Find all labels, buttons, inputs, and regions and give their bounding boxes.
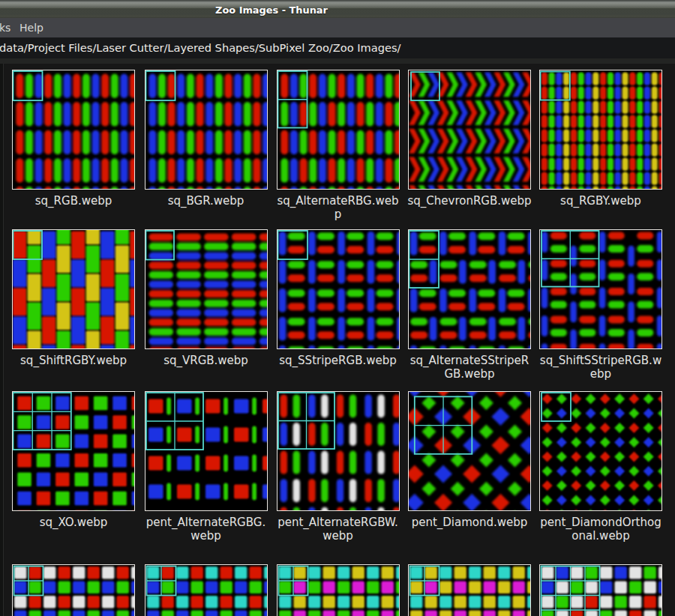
file-thumbnail[interactable] xyxy=(539,70,662,190)
file-item[interactable] xyxy=(408,564,531,616)
file-label: sq_ShiftRGBY.webp xyxy=(0,354,148,367)
file-label-line: sq_ShiftSStripeRGB.w xyxy=(526,354,675,367)
file-label-line: sq_XO.webp xyxy=(0,516,148,529)
file-label: sq_AlternateSStripeRGB.webp xyxy=(394,354,544,381)
file-thumbnail[interactable] xyxy=(277,564,400,616)
file-thumbnail[interactable] xyxy=(408,229,531,349)
file-label: sq_AlternateRBG.webp xyxy=(263,194,413,221)
file-thumbnail[interactable] xyxy=(539,391,662,511)
file-label: sq_RGB.webp xyxy=(0,194,148,208)
file-item-sq_RGB.webp[interactable]: sq_RGB.webp xyxy=(12,70,135,190)
file-item-sq_RGBY.webp[interactable]: sq_RGBY.webp xyxy=(539,70,662,190)
file-thumbnail[interactable] xyxy=(408,564,531,616)
menu-item-help[interactable]: Help xyxy=(20,18,44,37)
file-label-line: sq_ShiftRGBY.webp xyxy=(0,354,148,367)
file-label: pent_AlternateRGBG.webp xyxy=(131,516,281,543)
titlebar[interactable]: Zoo Images - Thunar xyxy=(0,0,675,18)
file-item-pent_AlternateRGBG.webp[interactable]: pent_AlternateRGBG.webp xyxy=(145,391,268,511)
file-item-pent_Diamond.webp[interactable]: pent_Diamond.webp xyxy=(408,391,531,511)
file-item[interactable] xyxy=(12,564,135,616)
file-label-line: sq_VRGB.webp xyxy=(131,354,281,367)
file-label: sq_SStripeRGB.webp xyxy=(263,354,413,367)
file-label-line: sq_AlternateRBG.web xyxy=(263,194,413,208)
file-label: sq_RGBY.webp xyxy=(526,194,675,208)
file-label: pent_Diamond.webp xyxy=(394,516,544,529)
file-thumbnail[interactable] xyxy=(145,564,268,616)
file-thumbnail[interactable] xyxy=(408,70,531,190)
file-thumbnail[interactable] xyxy=(145,391,268,511)
file-label-line: ebp xyxy=(526,367,675,381)
icon-view[interactable]: sq_RGB.webpsq_BGR.webpsq_AlternateRBG.we… xyxy=(0,64,675,616)
file-label-line: pent_AlternateRGBG. xyxy=(131,516,281,529)
file-label-line: webp xyxy=(263,529,413,543)
file-thumbnail[interactable] xyxy=(12,564,135,616)
file-label-line: sq_SStripeRGB.webp xyxy=(263,354,413,367)
file-label-line: sq_BGR.webp xyxy=(131,194,281,208)
file-thumbnail[interactable] xyxy=(539,564,662,616)
file-item-pent_DiamondOrthogonal.webp[interactable]: pent_DiamondOrthogonal.webp xyxy=(539,391,662,511)
file-thumbnail[interactable] xyxy=(145,70,268,190)
menubar: ks Help xyxy=(0,18,675,37)
file-label-line: onal.webp xyxy=(526,529,675,543)
file-label-line: p xyxy=(263,208,413,221)
thunar-window: Zoo Images - Thunar ks Help data/Project… xyxy=(0,0,675,616)
file-item-sq_SStripeRGB.webp[interactable]: sq_SStripeRGB.webp xyxy=(277,229,400,349)
file-label-line: sq_RGBY.webp xyxy=(526,194,675,208)
file-item-pent_AlternateRGBW.webp[interactable]: pent_AlternateRGBW.webp xyxy=(277,391,400,511)
file-thumbnail[interactable] xyxy=(12,229,135,349)
file-thumbnail[interactable] xyxy=(12,391,135,511)
pane-separator xyxy=(0,64,4,616)
file-label: sq_VRGB.webp xyxy=(131,354,281,367)
file-thumbnail[interactable] xyxy=(277,229,400,349)
location-path-text: data/Project Files/Laser Cutter/Layered … xyxy=(0,37,401,58)
file-item-sq_BGR.webp[interactable]: sq_BGR.webp xyxy=(145,70,268,190)
file-item-sq_AlternateRBG.webp[interactable]: sq_AlternateRBG.webp xyxy=(277,70,400,190)
file-item[interactable] xyxy=(145,564,268,616)
file-thumbnail[interactable] xyxy=(539,229,662,349)
file-item-sq_VRGB.webp[interactable]: sq_VRGB.webp xyxy=(145,229,268,349)
file-label-line: pent_Diamond.webp xyxy=(394,516,544,529)
file-thumbnail[interactable] xyxy=(277,391,400,511)
file-label-line: sq_ChevronRGB.webp xyxy=(394,194,544,208)
file-label-line: sq_RGB.webp xyxy=(0,194,148,208)
menu-item-bookmarks[interactable]: ks xyxy=(0,18,10,37)
file-label: sq_ChevronRGB.webp xyxy=(394,194,544,208)
file-label-line: webp xyxy=(131,529,281,543)
file-label: sq_XO.webp xyxy=(0,516,148,529)
file-thumbnail[interactable] xyxy=(408,391,531,511)
file-item-sq_ShiftRGBY.webp[interactable]: sq_ShiftRGBY.webp xyxy=(12,229,135,349)
file-label-line: sq_AlternateSStripeR xyxy=(394,354,544,367)
file-item-sq_ShiftSStripeRGB.webp[interactable]: sq_ShiftSStripeRGB.webp xyxy=(539,229,662,349)
file-thumbnail[interactable] xyxy=(277,70,400,190)
file-label-line: pent_AlternateRGBW. xyxy=(263,516,413,529)
file-label-line: pent_DiamondOrthog xyxy=(526,516,675,529)
file-label: sq_BGR.webp xyxy=(131,194,281,208)
location-bar[interactable]: data/Project Files/Laser Cutter/Layered … xyxy=(0,37,675,58)
file-label: sq_ShiftSStripeRGB.webp xyxy=(526,354,675,381)
toolbar-lower-strip xyxy=(0,58,675,64)
file-thumbnail[interactable] xyxy=(12,70,135,190)
file-item-sq_ChevronRGB.webp[interactable]: sq_ChevronRGB.webp xyxy=(408,70,531,190)
file-item[interactable] xyxy=(277,564,400,616)
file-label: pent_DiamondOrthogonal.webp xyxy=(526,516,675,543)
file-thumbnail[interactable] xyxy=(145,229,268,349)
file-item-sq_AlternateSStripeRGB.webp[interactable]: sq_AlternateSStripeRGB.webp xyxy=(408,229,531,349)
file-item[interactable] xyxy=(539,564,662,616)
file-item-sq_XO.webp[interactable]: sq_XO.webp xyxy=(12,391,135,511)
file-label: pent_AlternateRGBW.webp xyxy=(263,516,413,543)
file-label-line: GB.webp xyxy=(394,367,544,381)
